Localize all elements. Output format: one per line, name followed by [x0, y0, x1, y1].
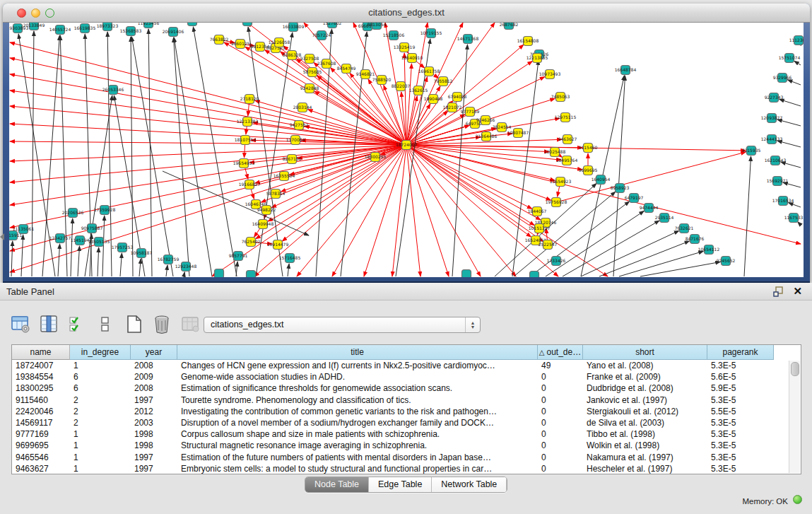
cell-in_degree[interactable]: 1 [70, 452, 131, 463]
graph-node[interactable]: 2935114 [655, 214, 674, 223]
cell-name[interactable]: 18300295 [12, 382, 70, 394]
graph-node[interactable]: 12342757 [49, 234, 71, 243]
column-header-year[interactable]: year [131, 345, 177, 360]
cell-short[interactable]: Yano et al. (2008) [583, 360, 707, 371]
column-header-name[interactable]: name [12, 345, 70, 360]
graph-node[interactable]: 2367608 [317, 59, 336, 69]
cell-title[interactable]: Disruption of a novel member of a sodium… [177, 417, 538, 428]
graph-node[interactable]: 8471676 [686, 235, 705, 244]
graph-node[interactable]: 7625402 [242, 238, 261, 247]
graph-node[interactable] [462, 270, 471, 278]
graph-node[interactable]: 9699695 [579, 166, 598, 175]
scrollbar-thumb[interactable] [791, 362, 799, 376]
graph-node[interactable]: 2687682 [500, 23, 519, 30]
cell-year[interactable]: 1998 [131, 428, 177, 440]
graph-node[interactable]: 9474444 [640, 204, 659, 213]
graph-node[interactable]: 12923448 [175, 262, 197, 271]
graph-node[interactable]: 1167533 [784, 214, 804, 223]
graph-node[interactable]: 12975115 [555, 113, 577, 122]
graph-node[interactable]: 9660125 [231, 40, 250, 49]
cell-in_degree[interactable]: 6 [70, 371, 131, 382]
cell-name[interactable]: 9463627 [12, 463, 70, 474]
graph-node[interactable]: 7588520 [372, 76, 392, 85]
new-document-icon[interactable] [123, 313, 144, 334]
graph-node[interactable]: 13325419 [394, 43, 416, 52]
cell-in_degree[interactable]: 1 [70, 440, 131, 451]
graph-node[interactable]: 11923456 [138, 23, 160, 28]
delete-icon[interactable] [151, 313, 172, 334]
cell-in_degree[interactable]: 1 [70, 360, 131, 371]
graph-node[interactable]: 14055724 [49, 25, 71, 35]
cell-out_de[interactable]: 0 [538, 406, 583, 417]
graph-node[interactable]: 9329966 [773, 74, 792, 83]
cell-name[interactable]: 9699695 [12, 440, 70, 451]
column-header-pagerank[interactable]: pagerank [707, 345, 774, 360]
cell-in_degree[interactable]: 1 [70, 428, 131, 440]
graph-node[interactable]: 12093877 [761, 114, 783, 123]
table-row[interactable]: 911546021997Tourette syndrome. Phenomeno… [12, 395, 801, 406]
graph-node[interactable]: 16914479 [267, 240, 289, 250]
graph-node[interactable]: 10958187 [131, 249, 153, 258]
cell-out_de[interactable]: 0 [538, 417, 583, 428]
graph-node[interactable]: 10719155 [420, 29, 442, 38]
cell-short[interactable]: Wolkin et al. (1998) [583, 440, 707, 451]
column-header-title[interactable]: title [177, 345, 538, 360]
graph-node[interactable]: 17016534 [772, 197, 794, 206]
graph-node[interactable]: 9463627 [558, 135, 577, 144]
cell-in_degree[interactable]: 2 [70, 395, 131, 406]
graph-node[interactable]: 1112304 [789, 36, 804, 45]
graph-node[interactable]: 1821072 [443, 103, 462, 112]
cell-year[interactable]: 1997 [131, 463, 177, 474]
graph-node[interactable]: 1733426 [547, 257, 566, 266]
graph-node[interactable]: 16355504 [273, 172, 295, 181]
graph-node[interactable]: 15654923 [550, 177, 572, 187]
graph-node[interactable]: 7857224 [312, 31, 331, 40]
column-header-short[interactable]: short [583, 345, 707, 360]
cell-title[interactable]: Genome-wide association studies in ADHD. [177, 371, 538, 382]
cell-pagerank[interactable]: 5.3E-5 [707, 360, 774, 371]
graph-node[interactable]: 5875685 [303, 68, 322, 77]
network-view-window[interactable]: citations_edges.txt 19303893201338491405… [3, 4, 810, 283]
cell-pagerank[interactable]: 5.9E-5 [707, 382, 774, 394]
cell-title[interactable]: Changes of HCN gene expression and I(f) … [177, 360, 538, 371]
table-row[interactable]: 969969511998Structural magnetic resonanc… [12, 440, 801, 451]
graph-node[interactable]: 9115460 [579, 144, 598, 153]
cell-out_de[interactable]: 0 [538, 440, 583, 451]
cell-year[interactable]: 2009 [131, 371, 177, 382]
graph-node[interactable]: 14671368 [457, 35, 479, 44]
graph-node[interactable]: 7663822 [210, 35, 229, 45]
cell-title[interactable]: Embryonic stem cells: a model to study s… [177, 463, 538, 474]
graph-node[interactable]: 15716485 [279, 254, 301, 263]
graph-node[interactable]: 16782759 [158, 255, 180, 264]
graph-node[interactable]: 18495764 [556, 156, 578, 165]
cell-short[interactable]: Nakamura et al. (1997) [583, 452, 707, 463]
graph-node[interactable]: 19756928 [546, 198, 567, 207]
cell-in_degree[interactable]: 2 [70, 406, 131, 417]
graph-node[interactable]: 8215935 [742, 146, 761, 156]
cell-out_de[interactable]: 0 [538, 463, 583, 474]
cell-title[interactable]: Corpus callosum shape and size in male p… [177, 428, 538, 440]
citation-network-graph[interactable]: 1930389320133849140557241661983518973323… [9, 23, 804, 277]
graph-node[interactable]: 16961758 [418, 67, 440, 76]
cell-in_degree[interactable]: 6 [70, 382, 131, 394]
graph-node[interactable]: 2803144 [293, 103, 312, 112]
graph-node[interactable]: 20691406 [163, 28, 184, 37]
graph-node[interactable]: 90975887 [81, 224, 103, 233]
cell-out_de[interactable]: 0 [538, 395, 583, 406]
graph-node[interactable]: 16210643 [765, 156, 787, 165]
cell-out_de[interactable]: 0 [538, 452, 583, 463]
table-settings-icon[interactable] [10, 313, 31, 334]
graph-node[interactable]: 9857791 [229, 252, 248, 261]
graph-node[interactable]: 8822037 [392, 82, 411, 91]
graph-node[interactable]: 1145194 [71, 236, 90, 245]
graph-node[interactable]: 26053346 [102, 86, 124, 95]
select-all-icon[interactable] [66, 313, 88, 334]
graph-node[interactable]: 9498222 [257, 206, 276, 215]
graph-node[interactable]: 10973493 [539, 70, 561, 79]
graph-node[interactable]: 16154808 [517, 37, 539, 46]
cell-year[interactable]: 2003 [131, 417, 177, 428]
cell-short[interactable]: Jankovic et al. (1997) [583, 395, 707, 406]
graph-node[interactable] [215, 269, 224, 278]
graph-node[interactable]: 12444133 [761, 135, 783, 144]
graph-node[interactable]: 9245652 [717, 257, 736, 266]
